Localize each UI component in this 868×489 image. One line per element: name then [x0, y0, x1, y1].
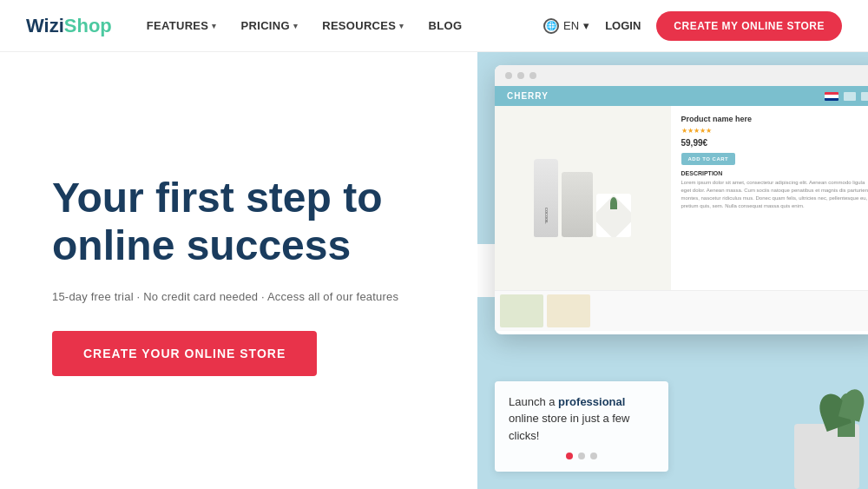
create-store-nav-button[interactable]: CREATE MY ONLINE STORE: [656, 11, 842, 41]
logo-shop: Shop: [64, 15, 112, 36]
chevron-down-icon: ▾: [583, 19, 589, 32]
chevron-down-icon: ▾: [212, 22, 216, 30]
thumbnail-2: [547, 294, 590, 327]
thumbnail-1: [500, 294, 543, 327]
user-icon: [844, 92, 856, 101]
nav-right: 🌐 EN ▾ LOGIN CREATE MY ONLINE STORE: [543, 11, 842, 41]
right-section: CHERRY COCOOIL: [477, 52, 868, 489]
product-bottles: COCOOIL: [525, 150, 640, 246]
nav-resources[interactable]: RESOURCES ▾: [322, 19, 404, 32]
browser-content: CHERRY COCOOIL: [495, 86, 868, 331]
nav-pricing[interactable]: PRICING ▾: [241, 19, 299, 32]
create-store-main-button[interactable]: CREATE YOUR ONLINE STORE: [52, 331, 317, 376]
logo: WiziShop: [26, 15, 112, 37]
navbar: WiziShop FEATURES ▾ PRICING ▾ RESOURCES …: [0, 0, 868, 52]
product-price: 59,99€: [681, 138, 869, 148]
plant-decoration: [790, 333, 868, 489]
store-header: CHERRY: [495, 86, 868, 106]
plant-leaf: [610, 197, 617, 209]
description-label: DESCRIPTION: [681, 170, 869, 176]
store-name: CHERRY: [507, 91, 549, 101]
product-image-area: COCOOIL: [495, 106, 671, 290]
info-text-bold: professional: [558, 395, 625, 408]
product-stars: ★★★★★: [681, 127, 869, 135]
planter: [596, 194, 631, 237]
carousel-dot-1[interactable]: [566, 453, 573, 459]
product-area: COCOOIL Product name here ★★★★★ 59,: [495, 106, 868, 290]
cart-icon: [861, 92, 868, 101]
language-selector[interactable]: 🌐 EN ▾: [543, 18, 589, 34]
browser-dot-3: [529, 72, 536, 79]
thumbnail-strip: [495, 290, 868, 331]
hero-section: Your first step to online success 15-day…: [0, 52, 477, 489]
main-content: Your first step to online success 15-day…: [0, 52, 868, 489]
bottle-wide: [562, 172, 593, 237]
chevron-down-icon: ▾: [399, 22, 404, 30]
info-box: Launch a professional online store in ju…: [495, 381, 668, 472]
info-box-text: Launch a professional online store in ju…: [509, 393, 654, 445]
flag-icon: [825, 92, 838, 101]
chevron-down-icon: ▾: [293, 22, 298, 30]
browser-bar: [495, 65, 868, 86]
description-text: Lorem ipsum dolor sit amet, consectetur …: [681, 179, 869, 210]
browser-mockup: CHERRY COCOOIL: [495, 65, 868, 334]
bottle-tall: COCOOIL: [534, 159, 558, 237]
hero-title: Your first step to online success: [52, 174, 434, 269]
nav-blog[interactable]: BLOG: [429, 19, 463, 32]
plant-stem-3: [838, 387, 867, 421]
carousel-dot-2[interactable]: [578, 453, 585, 459]
product-name: Product name here: [681, 115, 869, 123]
browser-dot-2: [517, 72, 524, 79]
hero-subtitle: 15-day free trial · No credit card neede…: [52, 290, 434, 303]
carousel-dots: [509, 453, 654, 459]
login-link[interactable]: LOGIN: [605, 19, 641, 32]
info-text-normal: Launch a: [509, 395, 558, 408]
browser-dot-1: [505, 72, 512, 79]
bottle-label: COCOOIL: [544, 208, 549, 224]
nav-features[interactable]: FEATURES ▾: [147, 19, 217, 32]
product-info: Product name here ★★★★★ 59,99€ ADD TO CA…: [671, 106, 869, 290]
logo-wizi: Wizi: [26, 15, 64, 36]
store-header-icons: [825, 92, 868, 101]
add-to-cart-button[interactable]: ADD TO CART: [681, 153, 736, 165]
globe-icon: 🌐: [543, 18, 559, 34]
carousel-dot-3[interactable]: [590, 453, 597, 459]
info-text-end: online store in just a few clicks!: [509, 412, 629, 442]
nav-links: FEATURES ▾ PRICING ▾ RESOURCES ▾ BLOG: [147, 19, 543, 32]
